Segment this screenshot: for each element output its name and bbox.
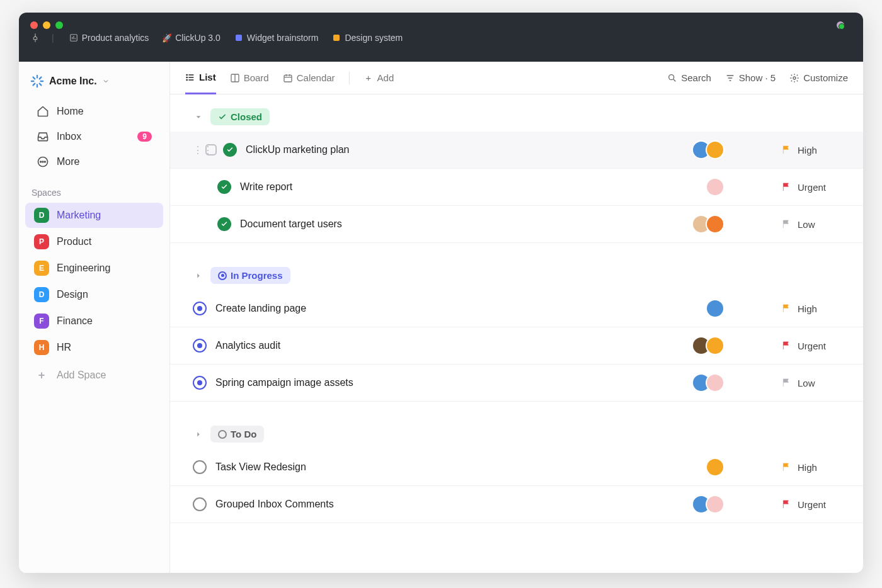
- task-status-dot[interactable]: [217, 217, 231, 231]
- task-title[interactable]: Task View Redesign: [215, 461, 706, 473]
- inbox-icon: [37, 130, 49, 143]
- task-row[interactable]: Analytics auditUrgent: [170, 327, 863, 365]
- status-pill[interactable]: Closed: [210, 108, 270, 125]
- toolbar-divider: [349, 72, 350, 84]
- status-group-header[interactable]: To Do: [170, 419, 863, 449]
- search-button[interactable]: Search: [667, 72, 711, 83]
- calendar-icon: [283, 73, 293, 83]
- task-title[interactable]: Grouped Inbox Comments: [215, 499, 692, 510]
- view-toolbar: ListBoardCalendar + Add Search Show · 5: [170, 62, 863, 94]
- priority-cell[interactable]: High: [781, 462, 850, 473]
- sidebar-space-design[interactable]: DDesign: [25, 282, 163, 307]
- task-row[interactable]: Spring campaign image assetsLow: [170, 365, 863, 402]
- sidebar-space-marketing[interactable]: DMarketing: [25, 203, 163, 228]
- priority-cell[interactable]: Urgent: [781, 182, 850, 193]
- assignee-avatar[interactable]: [706, 178, 724, 196]
- plus-icon: +: [34, 368, 49, 383]
- sidebar-nav-more[interactable]: More: [25, 150, 163, 174]
- task-row[interactable]: Task View RedesignHigh: [170, 449, 863, 486]
- priority-cell[interactable]: High: [781, 303, 850, 314]
- add-space-label: Add Space: [57, 370, 106, 381]
- svg-line-9: [40, 84, 42, 86]
- assignee-avatar[interactable]: [706, 373, 724, 392]
- maximize-window[interactable]: [55, 21, 63, 29]
- task-status-dot[interactable]: [223, 143, 237, 157]
- status-pill[interactable]: To Do: [210, 426, 264, 443]
- svg-point-15: [45, 161, 46, 162]
- close-window[interactable]: [30, 21, 38, 29]
- space-label: HR: [57, 342, 71, 353]
- pin-icon[interactable]: [30, 33, 40, 43]
- tab-label: Design system: [345, 33, 403, 43]
- collapse-toggle[interactable]: [193, 111, 204, 123]
- task-row[interactable]: Create landing pageHigh: [170, 290, 863, 327]
- user-avatar[interactable]: [837, 21, 844, 29]
- add-space-button[interactable]: + Add Space: [25, 363, 163, 388]
- priority-cell[interactable]: High: [781, 145, 850, 155]
- workspace-switcher[interactable]: Acme Inc.: [19, 69, 169, 98]
- add-view-button[interactable]: + Add: [364, 62, 394, 94]
- task-checkbox[interactable]: [205, 144, 217, 155]
- task-title[interactable]: Document target users: [240, 218, 692, 230]
- svg-line-11: [40, 77, 42, 79]
- assignee-avatar[interactable]: [706, 336, 724, 355]
- status-group-header[interactable]: Closed: [170, 102, 863, 132]
- assignee-avatar[interactable]: [706, 458, 724, 477]
- view-tab-board[interactable]: Board: [230, 62, 269, 94]
- sidebar-nav-home[interactable]: Home: [25, 99, 163, 123]
- assignee-avatar[interactable]: [706, 495, 724, 514]
- task-status-dot[interactable]: [193, 339, 207, 353]
- task-row[interactable]: ⋮⋮ClickUp marketing planHigh: [170, 132, 863, 169]
- collapse-toggle[interactable]: [193, 429, 204, 440]
- pinned-tab[interactable]: Widget brainstorm: [234, 33, 319, 43]
- view-tab-label: Board: [244, 72, 269, 83]
- status-pill[interactable]: In Progress: [210, 267, 290, 284]
- sidebar-space-engineering[interactable]: EEngineering: [25, 256, 163, 281]
- plus-icon: +: [364, 73, 374, 83]
- task-status-dot[interactable]: [193, 497, 207, 511]
- customize-button[interactable]: Customize: [789, 72, 848, 83]
- space-badge: D: [34, 287, 49, 302]
- sidebar-space-hr[interactable]: HHR: [25, 335, 163, 360]
- collapse-toggle[interactable]: [193, 270, 204, 281]
- assignee-avatar[interactable]: [706, 215, 724, 234]
- sidebar-space-product[interactable]: PProduct: [25, 229, 163, 254]
- priority-cell[interactable]: Low: [781, 378, 850, 388]
- task-status-dot[interactable]: [193, 460, 207, 474]
- sidebar-nav-inbox[interactable]: Inbox9: [25, 125, 163, 149]
- show-button[interactable]: Show · 5: [725, 72, 776, 83]
- minimize-window[interactable]: [43, 21, 50, 29]
- pinned-tab[interactable]: Design system: [332, 33, 403, 43]
- view-tab-calendar[interactable]: Calendar: [283, 62, 335, 94]
- view-tab-list[interactable]: List: [185, 62, 216, 94]
- task-row[interactable]: Grouped Inbox CommentsUrgent: [170, 486, 863, 523]
- nav-label: Inbox: [57, 131, 81, 142]
- flag-icon: [781, 145, 791, 155]
- pinned-tab[interactable]: 🚀ClickUp 3.0: [163, 33, 220, 43]
- sidebar-space-finance[interactable]: FFinance: [25, 308, 163, 334]
- assignee-list: [692, 140, 724, 159]
- task-title[interactable]: Analytics audit: [215, 340, 692, 351]
- priority-cell[interactable]: Urgent: [781, 341, 850, 351]
- nav-label: More: [57, 156, 79, 167]
- drag-handle-icon[interactable]: ⋮⋮: [193, 144, 202, 156]
- workspace-logo-icon: [30, 74, 44, 88]
- view-tab-label: Calendar: [297, 72, 335, 83]
- task-status-dot[interactable]: [193, 302, 207, 315]
- task-title[interactable]: Create landing page: [215, 303, 706, 314]
- status-group-header[interactable]: In Progress: [170, 261, 863, 290]
- task-title[interactable]: Write report: [240, 181, 706, 193]
- svg-point-21: [186, 79, 187, 80]
- assignee-avatar[interactable]: [706, 299, 724, 318]
- task-status-dot[interactable]: [193, 376, 207, 390]
- task-title[interactable]: ClickUp marketing plan: [246, 144, 692, 155]
- priority-cell[interactable]: Low: [781, 219, 850, 230]
- priority-cell[interactable]: Urgent: [781, 499, 850, 510]
- pinned-tab[interactable]: Product analytics: [69, 33, 149, 43]
- status-label: In Progress: [231, 270, 283, 281]
- task-status-dot[interactable]: [217, 180, 231, 194]
- assignee-avatar[interactable]: [706, 140, 724, 159]
- task-title[interactable]: Spring campaign image assets: [215, 377, 692, 388]
- task-row[interactable]: Write reportUrgent: [170, 169, 863, 206]
- task-row[interactable]: Document target usersLow: [170, 206, 863, 243]
